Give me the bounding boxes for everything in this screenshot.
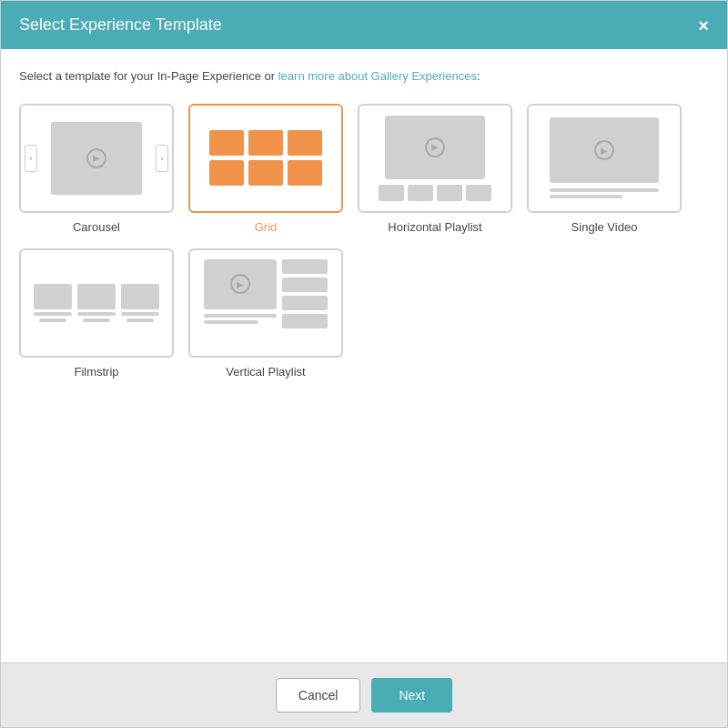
next-button[interactable]: Next xyxy=(371,678,452,713)
template-preview-carousel: ‹ ▶ › xyxy=(19,104,174,213)
filmstrip-item xyxy=(34,284,72,322)
hplaylist-thumb xyxy=(466,185,491,201)
carousel-label: Carousel xyxy=(73,220,120,234)
play-icon: ▶ xyxy=(425,137,445,157)
carousel-right-arrow-icon: › xyxy=(156,145,168,172)
grid-label: Grid xyxy=(255,220,278,234)
grid-illustration xyxy=(190,106,341,211)
template-preview-filmstrip xyxy=(19,248,174,358)
dialog-footer: Cancel Next xyxy=(1,662,727,727)
template-grid: ‹ ▶ › Carousel xyxy=(19,104,709,379)
gallery-experiences-link[interactable]: learn more about Gallery Experiences xyxy=(278,69,477,83)
select-experience-template-dialog: Select Experience Template × Select a te… xyxy=(0,0,728,728)
template-card-horizontal-playlist[interactable]: ▶ Horizontal Playlist xyxy=(358,104,512,234)
dialog-body: Select a template for your In-Page Exper… xyxy=(1,49,727,662)
filmstrip-line xyxy=(121,312,159,316)
filmstrip-line xyxy=(126,318,154,322)
filmstrip-line xyxy=(39,318,66,322)
singlevid-main-image: ▶ xyxy=(550,117,659,183)
carousel-main-image: ▶ xyxy=(51,122,142,195)
template-card-filmstrip[interactable]: Filmstrip xyxy=(19,248,174,379)
hplaylist-thumb xyxy=(408,185,433,201)
template-preview-single-video: ▶ xyxy=(527,104,682,213)
singlevid-line xyxy=(550,195,622,198)
hplaylist-main-image: ▶ xyxy=(385,116,485,179)
filmstrip-img xyxy=(121,284,159,309)
singlevid-line xyxy=(550,188,659,192)
vplaylist-main-line xyxy=(204,320,258,324)
template-card-vertical-playlist[interactable]: ▶ xyxy=(188,248,343,379)
grid-cell xyxy=(248,130,283,156)
vplaylist-sidebar xyxy=(282,259,328,329)
hplaylist-thumbnails xyxy=(369,185,501,201)
play-icon: ▶ xyxy=(86,148,106,168)
grid-cell xyxy=(209,130,244,156)
filmstrip-row xyxy=(30,284,163,322)
play-icon: ▶ xyxy=(594,140,614,160)
filmstrip-line xyxy=(34,312,72,316)
hplaylist-thumb xyxy=(379,185,404,201)
vplaylist-main-lines xyxy=(204,314,277,324)
filmstrip-img xyxy=(34,284,72,309)
vplaylist-main: ▶ xyxy=(204,259,277,324)
carousel-illustration: ‹ ▶ › xyxy=(21,106,172,211)
grid-cell xyxy=(209,160,244,186)
vplaylist-side-thumb xyxy=(282,259,328,274)
grid-row-1 xyxy=(209,130,322,156)
cancel-button[interactable]: Cancel xyxy=(276,678,361,713)
template-preview-grid xyxy=(188,104,343,213)
template-card-carousel[interactable]: ‹ ▶ › Carousel xyxy=(19,104,174,234)
filmstrip-line xyxy=(83,318,110,322)
vplaylist-side-thumb xyxy=(282,314,328,329)
vplaylist-main-image: ▶ xyxy=(204,259,277,309)
vertical-playlist-label: Vertical Playlist xyxy=(226,365,305,379)
subtitle-text-start: Select a template for your In-Page Exper… xyxy=(19,69,278,83)
filmstrip-img xyxy=(77,284,116,309)
horizontal-playlist-illustration: ▶ xyxy=(359,106,511,211)
subtitle-text-end: : xyxy=(477,69,480,83)
filmstrip-line xyxy=(77,312,116,316)
template-card-single-video[interactable]: ▶ Single Video xyxy=(527,104,682,234)
filmstrip-item xyxy=(121,284,159,322)
grid-cell xyxy=(248,160,283,186)
dialog-header: Select Experience Template × xyxy=(1,1,727,49)
dialog-title: Select Experience Template xyxy=(19,15,222,35)
grid-cell xyxy=(288,130,322,156)
vplaylist-main-line xyxy=(204,314,277,318)
single-video-label: Single Video xyxy=(571,220,638,234)
vplaylist-side-thumb xyxy=(282,278,328,292)
play-icon: ▶ xyxy=(230,274,250,294)
template-preview-vertical-playlist: ▶ xyxy=(188,248,343,358)
subtitle: Select a template for your In-Page Exper… xyxy=(19,67,709,86)
carousel-left-arrow-icon: ‹ xyxy=(25,145,37,172)
template-preview-horizontal-playlist: ▶ xyxy=(358,104,512,213)
filmstrip-item xyxy=(77,284,116,322)
vertical-playlist-illustration: ▶ xyxy=(190,250,341,356)
hplaylist-thumb xyxy=(437,185,462,201)
single-video-illustration: ▶ xyxy=(529,106,680,211)
vplaylist-side-thumb xyxy=(282,296,328,310)
template-card-grid[interactable]: Grid xyxy=(188,104,343,234)
filmstrip-label: Filmstrip xyxy=(74,365,118,379)
close-button[interactable]: × xyxy=(698,16,709,35)
singlevid-lines xyxy=(550,188,659,198)
grid-row-2 xyxy=(209,160,322,186)
filmstrip-illustration xyxy=(21,250,172,356)
grid-cell xyxy=(288,160,322,186)
horizontal-playlist-label: Horizontal Playlist xyxy=(388,220,481,234)
